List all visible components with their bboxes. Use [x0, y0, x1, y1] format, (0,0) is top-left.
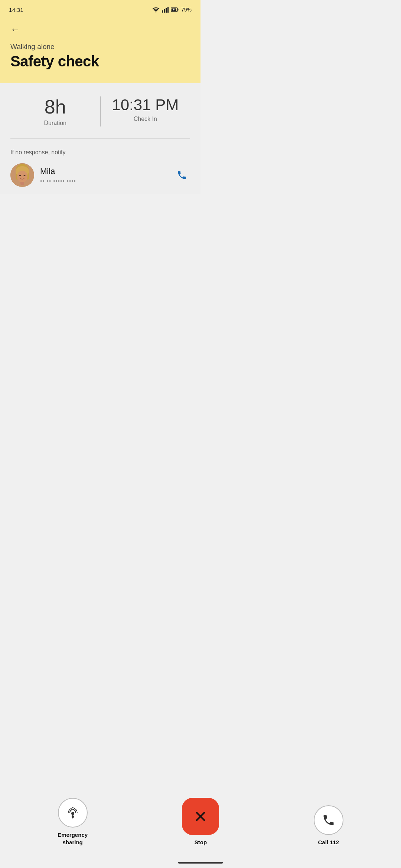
checkin-label: Check In [134, 116, 157, 122]
svg-rect-0 [162, 10, 163, 13]
page-title: Safety check [10, 53, 190, 70]
signal-icon [162, 7, 169, 13]
svg-rect-1 [164, 9, 165, 13]
duration-label: Duration [44, 120, 66, 126]
duration-value: 8h [45, 96, 66, 118]
svg-rect-2 [166, 8, 167, 13]
battery-percentage: 79% [181, 7, 192, 13]
svg-point-14 [24, 175, 26, 176]
page-subtitle: Walking alone [10, 43, 190, 51]
header: ← Walking alone Safety check [0, 18, 200, 83]
contact-number: •• •• ••••• •••• [40, 178, 168, 184]
notify-label: If no response, notify [10, 149, 190, 156]
phone-icon [177, 170, 187, 180]
main-content: 8h Duration 10:31 PM Check In If no resp… [0, 83, 200, 194]
back-button[interactable]: ← [10, 24, 20, 35]
svg-rect-15 [20, 182, 24, 185]
notify-section: If no response, notify [10, 139, 190, 194]
duration-block: 8h Duration [10, 96, 101, 126]
svg-point-12 [17, 171, 27, 183]
contact-call-button[interactable] [174, 167, 190, 183]
svg-point-13 [19, 175, 21, 176]
checkin-block: 10:31 PM Check In [101, 96, 190, 126]
contact-info: Mila •• •• ••••• •••• [40, 167, 168, 184]
info-row: 8h Duration 10:31 PM Check In [10, 83, 190, 139]
contact-row: Mila •• •• ••••• •••• [10, 163, 190, 187]
status-icons: 79% [152, 7, 192, 13]
status-bar: 14:31 79% [0, 0, 200, 18]
svg-rect-3 [167, 7, 169, 13]
svg-rect-6 [177, 9, 178, 11]
avatar [10, 163, 34, 187]
contact-name: Mila [40, 167, 168, 176]
battery-icon [171, 7, 179, 12]
checkin-value: 10:31 PM [112, 96, 179, 114]
wifi-icon [152, 7, 160, 13]
status-time: 14:31 [9, 7, 23, 13]
